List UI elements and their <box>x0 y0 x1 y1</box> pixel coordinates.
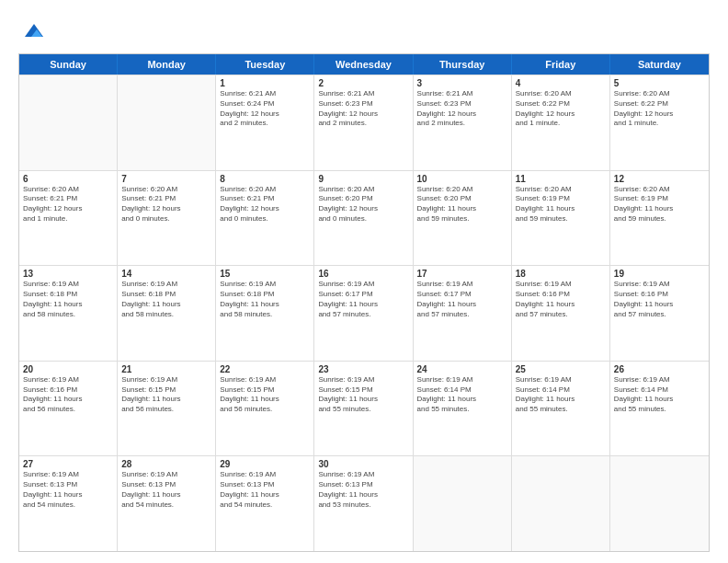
cell-line: Sunrise: 6:19 AM <box>23 375 113 385</box>
cell-line: Daylight: 11 hours <box>23 490 113 500</box>
day-header-thursday: Thursday <box>414 54 512 75</box>
week-row-1: 1Sunrise: 6:21 AMSunset: 6:24 PMDaylight… <box>19 75 709 170</box>
day-number: 30 <box>318 459 408 469</box>
day-number: 14 <box>121 269 211 279</box>
cal-cell <box>414 456 512 551</box>
day-number: 19 <box>614 269 705 279</box>
calendar-header: SundayMondayTuesdayWednesdayThursdayFrid… <box>19 54 709 75</box>
cal-cell: 9Sunrise: 6:20 AMSunset: 6:20 PMDaylight… <box>314 171 413 266</box>
cell-line: Sunset: 6:13 PM <box>23 480 113 490</box>
cell-line: Sunset: 6:20 PM <box>417 194 507 204</box>
cell-line: Sunrise: 6:20 AM <box>516 185 606 195</box>
cell-line: Sunset: 6:21 PM <box>220 194 310 204</box>
cell-line: Sunset: 6:17 PM <box>318 290 408 300</box>
cell-line: Sunrise: 6:19 AM <box>220 280 310 290</box>
day-number: 28 <box>121 459 211 469</box>
cal-cell: 28Sunrise: 6:19 AMSunset: 6:13 PMDayligh… <box>118 456 216 551</box>
page: SundayMondayTuesdayWednesdayThursdayFrid… <box>0 0 728 563</box>
cell-line: Sunset: 6:13 PM <box>121 480 211 490</box>
cell-line: Daylight: 12 hours <box>23 204 113 214</box>
cal-cell: 30Sunrise: 6:19 AMSunset: 6:13 PMDayligh… <box>314 456 413 551</box>
day-number: 5 <box>614 78 705 88</box>
cal-cell: 21Sunrise: 6:19 AMSunset: 6:15 PMDayligh… <box>118 362 216 456</box>
cell-line: and 58 minutes. <box>220 310 310 320</box>
cell-line: Daylight: 11 hours <box>220 490 310 500</box>
cell-line: and 55 minutes. <box>417 405 507 415</box>
day-number: 29 <box>220 459 310 469</box>
day-header-saturday: Saturday <box>610 54 709 75</box>
cell-line: and 57 minutes. <box>614 310 705 320</box>
cell-line: Sunset: 6:18 PM <box>121 290 211 300</box>
cell-line: Sunrise: 6:19 AM <box>220 470 310 480</box>
cell-line: Daylight: 11 hours <box>614 300 705 310</box>
day-header-friday: Friday <box>512 54 610 75</box>
cell-line: and 57 minutes. <box>516 310 606 320</box>
cell-line: Sunset: 6:13 PM <box>220 480 310 490</box>
cal-cell: 13Sunrise: 6:19 AMSunset: 6:18 PMDayligh… <box>19 266 118 361</box>
cell-line: Daylight: 12 hours <box>417 109 507 120</box>
cell-line: Daylight: 11 hours <box>121 490 211 500</box>
day-number: 25 <box>516 364 606 374</box>
cell-line: and 54 minutes. <box>23 500 113 511</box>
cell-line: and 1 minute. <box>614 119 705 129</box>
cell-line: Sunrise: 6:19 AM <box>318 470 408 480</box>
cell-line: Daylight: 11 hours <box>417 300 507 310</box>
cell-line: Daylight: 11 hours <box>417 204 507 214</box>
cal-cell: 7Sunrise: 6:20 AMSunset: 6:21 PMDaylight… <box>118 171 216 266</box>
cell-line: Sunrise: 6:20 AM <box>23 185 113 195</box>
cell-line: and 59 minutes. <box>516 214 606 224</box>
cell-line: and 58 minutes. <box>121 310 211 320</box>
cal-cell: 8Sunrise: 6:20 AMSunset: 6:21 PMDaylight… <box>216 171 314 266</box>
day-header-wednesday: Wednesday <box>314 54 413 75</box>
cell-line: Sunrise: 6:19 AM <box>121 470 211 480</box>
calendar-body: 1Sunrise: 6:21 AMSunset: 6:24 PMDaylight… <box>19 75 709 551</box>
cal-cell: 19Sunrise: 6:19 AMSunset: 6:16 PMDayligh… <box>610 266 709 361</box>
cell-line: and 1 minute. <box>23 214 113 224</box>
cell-line: Sunset: 6:15 PM <box>318 385 408 396</box>
cell-line: and 55 minutes. <box>318 405 408 415</box>
cell-line: Sunrise: 6:19 AM <box>121 280 211 290</box>
cell-line: Daylight: 12 hours <box>318 204 408 214</box>
logo <box>18 17 48 44</box>
cell-line: Sunset: 6:19 PM <box>614 194 705 204</box>
cell-line: Sunrise: 6:19 AM <box>614 375 705 385</box>
cell-line: Sunset: 6:16 PM <box>23 385 113 396</box>
cell-line: and 59 minutes. <box>417 214 507 224</box>
cal-cell: 22Sunrise: 6:19 AMSunset: 6:15 PMDayligh… <box>216 362 314 456</box>
logo-icon <box>20 17 48 44</box>
cell-line: Sunrise: 6:20 AM <box>614 89 705 99</box>
cell-line: Sunrise: 6:21 AM <box>417 89 507 99</box>
cell-line: Sunset: 6:16 PM <box>614 290 705 300</box>
cell-line: and 0 minutes. <box>220 214 310 224</box>
cell-line: Daylight: 11 hours <box>318 490 408 500</box>
cell-line: and 54 minutes. <box>121 500 211 511</box>
cell-line: and 59 minutes. <box>614 214 705 224</box>
day-number: 6 <box>23 174 113 184</box>
cell-line: Daylight: 11 hours <box>417 395 507 405</box>
cell-line: and 56 minutes. <box>220 405 310 415</box>
cell-line: Daylight: 12 hours <box>318 109 408 120</box>
day-number: 12 <box>614 174 705 184</box>
cell-line: and 54 minutes. <box>220 500 310 511</box>
cell-line: Sunset: 6:21 PM <box>121 194 211 204</box>
cell-line: Sunset: 6:19 PM <box>516 194 606 204</box>
cell-line: Sunrise: 6:19 AM <box>23 280 113 290</box>
cell-line: Daylight: 12 hours <box>516 109 606 120</box>
cal-cell: 18Sunrise: 6:19 AMSunset: 6:16 PMDayligh… <box>512 266 610 361</box>
cell-line: and 2 minutes. <box>417 119 507 129</box>
cell-line: Sunrise: 6:19 AM <box>516 375 606 385</box>
cell-line: Sunrise: 6:19 AM <box>318 375 408 385</box>
cell-line: Sunrise: 6:20 AM <box>417 185 507 195</box>
cell-line: Sunset: 6:23 PM <box>318 99 408 109</box>
cal-cell <box>610 456 709 551</box>
cell-line: Daylight: 11 hours <box>516 204 606 214</box>
cal-cell: 11Sunrise: 6:20 AMSunset: 6:19 PMDayligh… <box>512 171 610 266</box>
cell-line: Daylight: 11 hours <box>220 300 310 310</box>
cell-line: Sunrise: 6:19 AM <box>318 280 408 290</box>
day-number: 11 <box>516 174 606 184</box>
cell-line: Daylight: 11 hours <box>23 300 113 310</box>
cell-line: Daylight: 11 hours <box>318 395 408 405</box>
cell-line: Sunrise: 6:20 AM <box>516 89 606 99</box>
cell-line: Sunrise: 6:20 AM <box>318 185 408 195</box>
cell-line: Sunset: 6:21 PM <box>23 194 113 204</box>
